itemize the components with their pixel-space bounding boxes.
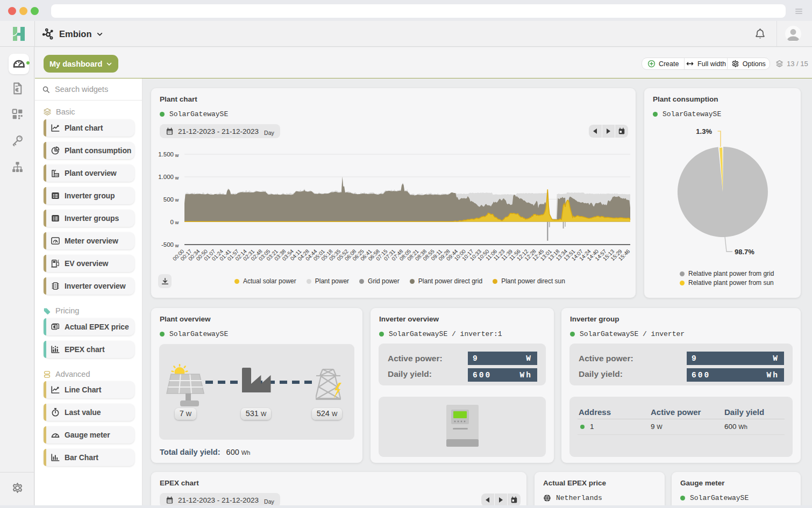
svg-text:1.3%: 1.3% [696,127,712,135]
svg-text:-500: -500 [161,241,174,248]
svg-text:500: 500 [163,196,174,203]
svg-text:w: w [175,242,179,248]
svg-text:1.500: 1.500 [158,151,174,158]
svg-text:0: 0 [170,219,174,225]
svg-text:w: w [175,197,179,203]
svg-text:1.000: 1.000 [158,174,174,180]
svg-text:98.7%: 98.7% [735,248,754,256]
svg-text:w: w [175,175,179,181]
svg-text:w: w [175,152,179,158]
svg-text:w: w [175,219,179,225]
